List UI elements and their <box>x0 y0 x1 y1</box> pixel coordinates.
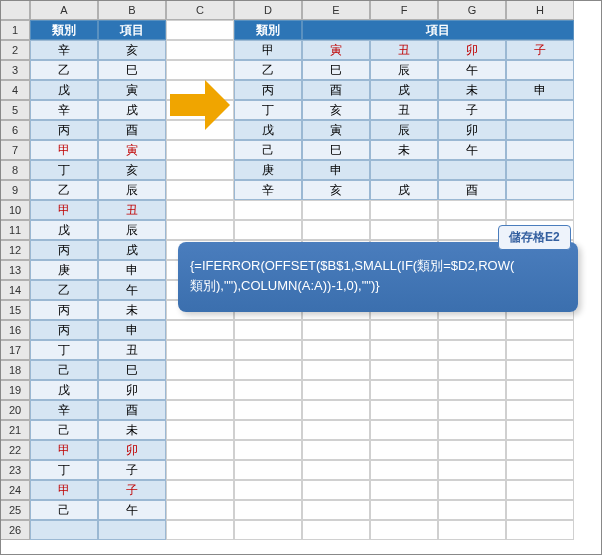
left-cell-A19[interactable]: 戊 <box>30 380 98 400</box>
row-header-11[interactable]: 11 <box>0 220 30 240</box>
cell-F16[interactable] <box>370 320 438 340</box>
left-cell-A18[interactable]: 己 <box>30 360 98 380</box>
left-cell-A24[interactable]: 甲 <box>30 480 98 500</box>
right-item-G2[interactable]: 卯 <box>438 40 506 60</box>
cell-C11[interactable] <box>166 220 234 240</box>
cell-G21[interactable] <box>438 420 506 440</box>
right-item-E9[interactable]: 亥 <box>302 180 370 200</box>
col-header-E[interactable]: E <box>302 0 370 20</box>
left-cell-B14[interactable]: 午 <box>98 280 166 300</box>
right-item-H5[interactable] <box>506 100 574 120</box>
left-cell-A20[interactable]: 辛 <box>30 400 98 420</box>
left-cell-A7[interactable]: 甲 <box>30 140 98 160</box>
row-header-9[interactable]: 9 <box>0 180 30 200</box>
cell-G26[interactable] <box>438 520 506 540</box>
cell-F17[interactable] <box>370 340 438 360</box>
cell-G24[interactable] <box>438 480 506 500</box>
left-cell-B5[interactable]: 戌 <box>98 100 166 120</box>
cell-H21[interactable] <box>506 420 574 440</box>
right-item-G8[interactable] <box>438 160 506 180</box>
left-cell-B12[interactable]: 戌 <box>98 240 166 260</box>
left-cell-B23[interactable]: 子 <box>98 460 166 480</box>
cell-G25[interactable] <box>438 500 506 520</box>
row-header-1[interactable]: 1 <box>0 20 30 40</box>
right-item-G3[interactable]: 午 <box>438 60 506 80</box>
cell-G18[interactable] <box>438 360 506 380</box>
cell-E19[interactable] <box>302 380 370 400</box>
cell-D26[interactable] <box>234 520 302 540</box>
right-item-H2[interactable]: 子 <box>506 40 574 60</box>
right-item-F3[interactable]: 辰 <box>370 60 438 80</box>
cell-F24[interactable] <box>370 480 438 500</box>
right-category-9[interactable]: 辛 <box>234 180 302 200</box>
left-cell-B9[interactable]: 辰 <box>98 180 166 200</box>
cell-C20[interactable] <box>166 400 234 420</box>
row-header-25[interactable]: 25 <box>0 500 30 520</box>
cell-C19[interactable] <box>166 380 234 400</box>
row-header-18[interactable]: 18 <box>0 360 30 380</box>
cell-C3[interactable] <box>166 60 234 80</box>
right-item-G9[interactable]: 酉 <box>438 180 506 200</box>
cell-H18[interactable] <box>506 360 574 380</box>
cell-C7[interactable] <box>166 140 234 160</box>
row-header-17[interactable]: 17 <box>0 340 30 360</box>
right-item-H6[interactable] <box>506 120 574 140</box>
right-item-F2[interactable]: 丑 <box>370 40 438 60</box>
left-cell-A17[interactable]: 丁 <box>30 340 98 360</box>
cell-G16[interactable] <box>438 320 506 340</box>
right-item-F5[interactable]: 丑 <box>370 100 438 120</box>
cell-G17[interactable] <box>438 340 506 360</box>
col-header-G[interactable]: G <box>438 0 506 20</box>
left-cell-A2[interactable]: 辛 <box>30 40 98 60</box>
left-header-0[interactable]: 類別 <box>30 20 98 40</box>
cell-D18[interactable] <box>234 360 302 380</box>
cell-E20[interactable] <box>302 400 370 420</box>
col-header-C[interactable]: C <box>166 0 234 20</box>
left-cell-A14[interactable]: 乙 <box>30 280 98 300</box>
row-header-13[interactable]: 13 <box>0 260 30 280</box>
row-header-24[interactable]: 24 <box>0 480 30 500</box>
cell-D19[interactable] <box>234 380 302 400</box>
right-header-items[interactable]: 項目 <box>302 20 574 40</box>
row-header-5[interactable]: 5 <box>0 100 30 120</box>
cell-F23[interactable] <box>370 460 438 480</box>
right-item-F6[interactable]: 辰 <box>370 120 438 140</box>
cell-H16[interactable] <box>506 320 574 340</box>
cell-H24[interactable] <box>506 480 574 500</box>
left-cell-B2[interactable]: 亥 <box>98 40 166 60</box>
cell-E17[interactable] <box>302 340 370 360</box>
cell-D21[interactable] <box>234 420 302 440</box>
cell-H19[interactable] <box>506 380 574 400</box>
cell-D16[interactable] <box>234 320 302 340</box>
right-item-H4[interactable]: 申 <box>506 80 574 100</box>
left-cell-B22[interactable]: 卯 <box>98 440 166 460</box>
left-cell-B20[interactable]: 酉 <box>98 400 166 420</box>
right-header-category[interactable]: 類別 <box>234 20 302 40</box>
col-header-D[interactable]: D <box>234 0 302 20</box>
cell-G11[interactable] <box>438 220 506 240</box>
cell-E16[interactable] <box>302 320 370 340</box>
right-category-4[interactable]: 丙 <box>234 80 302 100</box>
right-item-E7[interactable]: 巳 <box>302 140 370 160</box>
left-cell-A23[interactable]: 丁 <box>30 460 98 480</box>
row-header-19[interactable]: 19 <box>0 380 30 400</box>
cell-C26[interactable] <box>166 520 234 540</box>
row-header-6[interactable]: 6 <box>0 120 30 140</box>
row-header-4[interactable]: 4 <box>0 80 30 100</box>
cell-E22[interactable] <box>302 440 370 460</box>
cell-E11[interactable] <box>302 220 370 240</box>
cell-D25[interactable] <box>234 500 302 520</box>
left-cell-A4[interactable]: 戊 <box>30 80 98 100</box>
left-cell-B8[interactable]: 亥 <box>98 160 166 180</box>
cell-E10[interactable] <box>302 200 370 220</box>
cell-C17[interactable] <box>166 340 234 360</box>
left-cell-A6[interactable]: 丙 <box>30 120 98 140</box>
right-item-G5[interactable]: 子 <box>438 100 506 120</box>
row-header-23[interactable]: 23 <box>0 460 30 480</box>
left-cell-B15[interactable]: 未 <box>98 300 166 320</box>
cell-F22[interactable] <box>370 440 438 460</box>
cell-D20[interactable] <box>234 400 302 420</box>
cell-D22[interactable] <box>234 440 302 460</box>
cell-D23[interactable] <box>234 460 302 480</box>
left-cell-B13[interactable]: 申 <box>98 260 166 280</box>
